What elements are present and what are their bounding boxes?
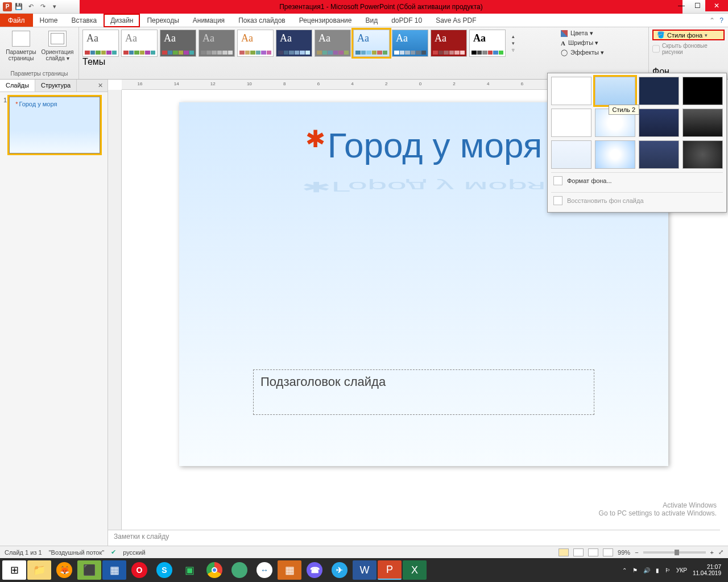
tab-transitions[interactable]: Переходы: [140, 14, 185, 27]
fonts-icon: A: [561, 40, 565, 47]
theme-thumb-9[interactable]: Aa: [392, 30, 428, 57]
tab-view[interactable]: Вид: [358, 14, 384, 27]
view-reading-button[interactable]: [588, 548, 598, 556]
theme-thumb-10[interactable]: Aa: [431, 30, 467, 57]
tray-clock[interactable]: 21:07 11.04.2019: [693, 564, 721, 576]
undo-icon[interactable]: ↶: [26, 2, 36, 12]
hide-bg-graphics-checkbox[interactable]: Скрыть фоновые рисунки: [652, 43, 725, 55]
tab-file[interactable]: Файл: [0, 14, 33, 27]
tab-design[interactable]: Дизайн: [104, 14, 140, 27]
bg-style-11[interactable]: [639, 140, 679, 169]
slide-orientation-button[interactable]: Ориентация слайда ▾: [40, 30, 75, 61]
tab-dopdf[interactable]: doPDF 10: [384, 14, 429, 27]
tab-slideshow[interactable]: Показ слайдов: [231, 14, 292, 27]
group-page-setup: Параметры страницы Ориентация слайда ▾ П…: [0, 27, 79, 79]
taskbar-file-explorer[interactable]: 📁: [27, 560, 51, 580]
themes-more-button[interactable]: ▴ ▾ ▿: [508, 30, 518, 57]
tab-insert[interactable]: Вставка: [65, 14, 104, 27]
tray-shield-icon[interactable]: ⚑: [632, 567, 638, 573]
taskbar-teamviewer[interactable]: ↔: [253, 560, 276, 580]
taskbar-virtualbox[interactable]: ▣: [177, 560, 201, 580]
page-setup-button[interactable]: Параметры страницы: [3, 30, 39, 61]
bg-style-8[interactable]: [682, 109, 723, 137]
orientation-icon: [48, 31, 67, 47]
view-sorter-button[interactable]: [573, 548, 584, 556]
taskbar-opera[interactable]: O: [127, 560, 151, 580]
close-button[interactable]: ✕: [705, 0, 728, 11]
status-bar: Слайд 1 из 1 "Воздушный поток" ✔ русский…: [0, 546, 728, 558]
ribbon-minimize-icon[interactable]: ⌃: [709, 16, 715, 24]
theme-thumb-8[interactable]: Aa: [353, 30, 390, 57]
format-background-menu[interactable]: Формат фона...: [551, 172, 723, 189]
start-button[interactable]: ⊞: [2, 560, 26, 580]
taskbar-viber[interactable]: ☎: [303, 560, 326, 580]
taskbar-chrome[interactable]: [202, 560, 226, 580]
taskbar-telegram[interactable]: ✈: [328, 560, 351, 580]
tray-lang[interactable]: УКР: [676, 567, 687, 573]
taskbar-app-browser[interactable]: [228, 560, 251, 580]
zoom-in-icon[interactable]: +: [710, 549, 714, 556]
theme-effects-button[interactable]: ◯Эффекты ▾: [561, 49, 645, 56]
taskbar-word[interactable]: W: [353, 560, 377, 580]
qat-more-icon[interactable]: ▾: [49, 2, 60, 12]
tray-volume-icon[interactable]: 🔊: [643, 567, 650, 573]
taskbar-app-blue[interactable]: ▦: [102, 560, 126, 580]
theme-thumb-6[interactable]: Aa: [276, 30, 312, 57]
tab-home[interactable]: Home: [33, 14, 65, 27]
bg-style-1[interactable]: [551, 77, 592, 105]
theme-colors-button[interactable]: Цвета ▾: [561, 30, 645, 37]
zoom-out-icon[interactable]: −: [635, 549, 638, 556]
theme-thumb-11[interactable]: Aa: [469, 30, 506, 57]
group-label-page-setup: Параметры страницы: [3, 69, 75, 77]
view-normal-button[interactable]: [559, 548, 569, 556]
pane-tab-outline[interactable]: Структура: [35, 80, 77, 92]
tray-up-icon[interactable]: ⌃: [622, 567, 627, 573]
bg-style-10[interactable]: [595, 140, 635, 169]
bg-style-9[interactable]: [551, 140, 592, 169]
view-slideshow-button[interactable]: [603, 548, 613, 556]
bg-style-2[interactable]: Стиль 2: [595, 77, 635, 105]
minimize-button[interactable]: —: [673, 0, 689, 11]
theme-thumb-4[interactable]: Aa: [198, 30, 235, 57]
spellcheck-icon[interactable]: ✔: [111, 548, 116, 556]
taskbar-app-orange[interactable]: ▦: [278, 560, 301, 580]
tab-review[interactable]: Рецензирование: [292, 14, 359, 27]
bg-style-7[interactable]: [639, 109, 679, 137]
theme-thumb-2[interactable]: Aa: [121, 30, 158, 57]
themes-gallery[interactable]: Aa Aa Aa Aa Aa Aa Aa Aa Aa Aa Aa ▴ ▾ ▿: [82, 30, 554, 57]
theme-thumb-7[interactable]: Aa: [315, 30, 351, 57]
bg-style-5[interactable]: [551, 109, 592, 137]
taskbar-app-green[interactable]: ⬛: [77, 560, 101, 580]
theme-thumb-1[interactable]: Aa: [82, 30, 119, 57]
pane-tab-slides[interactable]: Слайды: [0, 80, 35, 92]
redo-icon[interactable]: ↷: [38, 2, 48, 12]
fit-to-window-button[interactable]: ⤢: [718, 548, 723, 556]
tab-saveaspdf[interactable]: Save As PDF: [429, 14, 483, 27]
help-icon[interactable]: ?: [719, 16, 723, 24]
pane-close-icon[interactable]: ✕: [93, 80, 107, 92]
tray-flag-icon[interactable]: 🏳: [665, 567, 671, 573]
theme-fonts-button[interactable]: AШрифты ▾: [561, 39, 645, 47]
zoom-slider[interactable]: [643, 551, 706, 554]
maximize-button[interactable]: ☐: [689, 0, 705, 11]
zoom-value[interactable]: 99%: [618, 549, 630, 556]
bg-style-12[interactable]: [682, 140, 723, 169]
taskbar-powerpoint[interactable]: P: [378, 560, 402, 580]
taskbar-excel[interactable]: X: [403, 560, 427, 580]
bg-style-4[interactable]: [682, 77, 723, 105]
slide-thumbnail[interactable]: Город у моря: [9, 97, 100, 153]
tray-network-icon[interactable]: ▮: [656, 567, 659, 573]
save-icon[interactable]: 💾: [14, 2, 24, 12]
slide-subtitle-placeholder[interactable]: Подзаголовок слайда: [253, 369, 594, 415]
status-theme: "Воздушный поток": [49, 549, 105, 556]
status-language[interactable]: русский: [123, 549, 145, 556]
theme-thumb-5[interactable]: Aa: [237, 30, 274, 57]
notes-pane[interactable]: Заметки к слайду: [108, 530, 720, 546]
tab-animation[interactable]: Анимация: [186, 14, 231, 27]
slide-thumb-1[interactable]: 1 Город у моря: [0, 92, 107, 156]
background-styles-button[interactable]: 🪣 Стили фона ▾: [652, 30, 725, 40]
bg-style-3[interactable]: [639, 77, 679, 105]
theme-thumb-3[interactable]: Aa: [160, 30, 196, 57]
taskbar-skype[interactable]: S: [152, 560, 176, 580]
taskbar-firefox[interactable]: 🦊: [52, 560, 76, 580]
